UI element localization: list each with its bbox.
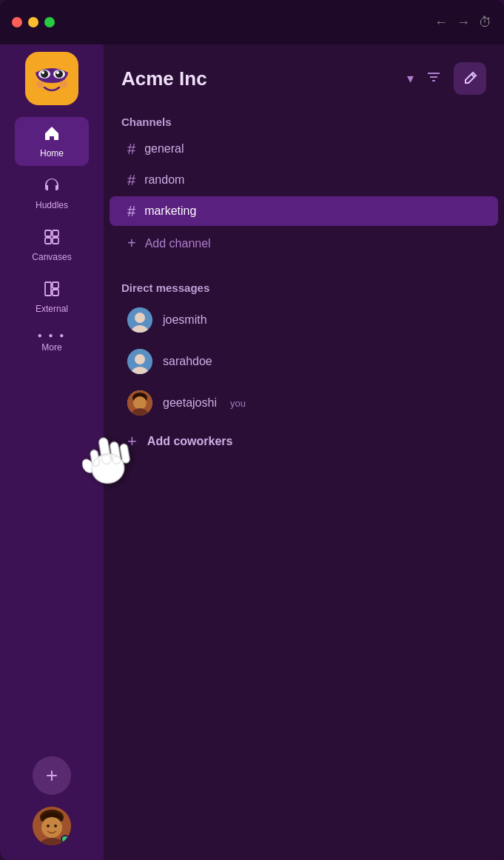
titlebar-nav: ← → ⏱: [434, 15, 492, 30]
canvases-icon: [43, 228, 61, 249]
headphones-icon: [43, 176, 61, 197]
back-arrow-icon[interactable]: ←: [434, 15, 448, 30]
workspace-name[interactable]: Acme Inc: [121, 67, 398, 90]
channel-item-marketing[interactable]: # marketing: [110, 196, 498, 226]
svg-point-18: [41, 817, 62, 838]
svg-point-25: [135, 313, 145, 323]
app-window: ← → ⏱: [0, 0, 504, 860]
titlebar: ← → ⏱: [0, 0, 504, 44]
sidebar: Home Huddles: [0, 44, 104, 860]
user-avatar[interactable]: [33, 807, 71, 845]
direct-messages-section-label: Direct messages: [104, 276, 504, 299]
svg-point-4: [56, 70, 63, 78]
sidebar-item-label-more: More: [41, 342, 61, 353]
home-icon: [43, 124, 61, 145]
dm-name-geetajoshi: geetajoshi: [163, 396, 217, 410]
close-button[interactable]: [12, 17, 22, 27]
sidebar-item-canvases[interactable]: Canvases: [15, 221, 89, 270]
add-channel-item[interactable]: + Add channel: [110, 227, 498, 259]
forward-arrow-icon[interactable]: →: [457, 15, 470, 30]
sidebar-item-huddles[interactable]: Huddles: [15, 169, 89, 218]
dm-name-sarahdoe: sarahdoe: [163, 355, 212, 368]
filter-button[interactable]: [423, 66, 445, 92]
hash-icon-marketing: #: [127, 204, 135, 219]
dm-name-joesmith: joesmith: [163, 313, 207, 327]
history-icon[interactable]: ⏱: [479, 15, 492, 30]
svg-point-19: [47, 824, 50, 827]
channels-section-label: Channels: [104, 110, 504, 133]
channel-name-marketing: marketing: [144, 204, 196, 218]
more-dots-icon: ● ● ●: [38, 332, 67, 339]
svg-rect-9: [45, 230, 51, 236]
svg-point-30: [133, 396, 147, 410]
sidebar-item-label-external: External: [36, 304, 68, 314]
dm-item-sarahdoe[interactable]: sarahdoe: [110, 341, 498, 381]
dm-item-joesmith[interactable]: joesmith: [110, 300, 498, 340]
svg-rect-15: [53, 290, 58, 296]
add-coworkers-item[interactable]: + Add coworkers: [110, 424, 498, 459]
svg-point-5: [41, 71, 44, 74]
channel-item-general[interactable]: # general: [110, 134, 498, 164]
sidebar-item-label-canvases: Canvases: [32, 252, 71, 262]
sidebar-item-more[interactable]: ● ● ● More: [15, 324, 89, 360]
minimize-button[interactable]: [28, 17, 38, 27]
avatar-geetajoshi: [127, 390, 152, 416]
svg-rect-14: [53, 282, 58, 288]
channel-panel-header: Acme Inc ▾: [104, 44, 504, 110]
add-coworkers-plus-icon: +: [127, 432, 137, 451]
add-workspace-button[interactable]: +: [33, 756, 71, 795]
maximize-button[interactable]: [44, 17, 55, 27]
sidebar-item-home[interactable]: Home: [15, 117, 89, 166]
svg-rect-10: [45, 238, 51, 244]
sidebar-item-external[interactable]: External: [15, 273, 89, 321]
channel-panel: Acme Inc ▾ Channels: [104, 44, 504, 860]
channel-item-random[interactable]: # random: [110, 165, 498, 195]
traffic-lights: [12, 17, 55, 27]
svg-point-20: [54, 824, 57, 827]
external-icon: [43, 280, 61, 301]
add-channel-plus-icon: +: [127, 235, 136, 252]
avatar-joesmith: [127, 307, 152, 333]
online-status-dot: [61, 835, 70, 844]
sidebar-item-label-home: Home: [40, 148, 64, 159]
svg-rect-12: [53, 238, 58, 244]
workspace-dropdown-icon[interactable]: ▾: [407, 70, 414, 87]
compose-button[interactable]: [454, 62, 486, 95]
sidebar-navigation: Home Huddles: [0, 117, 104, 741]
sidebar-item-label-huddles: Huddles: [36, 200, 68, 210]
svg-point-27: [135, 354, 145, 364]
channel-name-random: random: [144, 173, 184, 187]
svg-point-7: [36, 81, 44, 88]
workspace-logo[interactable]: [25, 52, 78, 105]
channel-name-general: general: [144, 142, 184, 156]
avatar-sarahdoe: [127, 349, 152, 374]
plus-icon: +: [46, 764, 58, 787]
svg-point-8: [60, 81, 67, 88]
svg-rect-13: [45, 282, 51, 296]
dm-item-geetajoshi[interactable]: geetajoshi you: [110, 383, 498, 423]
you-badge: you: [230, 398, 246, 409]
svg-point-6: [56, 71, 59, 74]
add-coworkers-label: Add coworkers: [147, 435, 233, 448]
hash-icon-random: #: [127, 173, 135, 187]
svg-rect-11: [53, 230, 58, 236]
add-channel-label: Add channel: [145, 237, 211, 250]
app-layout: Home Huddles: [0, 44, 504, 860]
sidebar-bottom: +: [33, 741, 71, 845]
hash-icon-general: #: [127, 141, 135, 156]
svg-point-3: [41, 70, 48, 78]
